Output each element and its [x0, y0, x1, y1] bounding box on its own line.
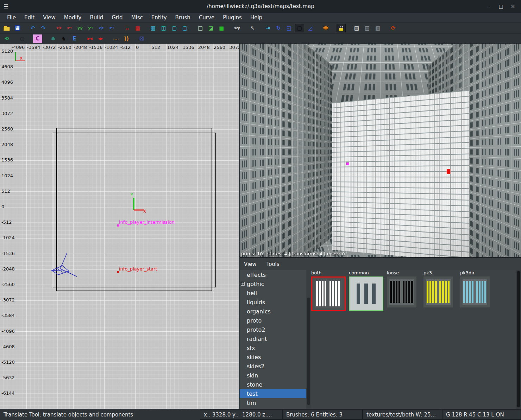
texbrowser-menu-view[interactable]: View	[244, 261, 257, 267]
folder-item-organics[interactable]: organics	[240, 307, 306, 316]
monster-tool-icon[interactable]: ♞	[59, 34, 68, 43]
texture-thumbnail[interactable]	[423, 276, 453, 307]
folder-label: radiant	[247, 336, 267, 342]
folder-item-stone[interactable]: stone	[240, 380, 306, 389]
open-file-icon[interactable]	[2, 24, 11, 32]
texture-thumbnail[interactable]	[349, 276, 383, 311]
brush-solid-icon[interactable]: ■	[217, 24, 226, 32]
mirror-selection-icon[interactable]: ◫	[159, 24, 168, 32]
intermission-marker-3d[interactable]	[346, 163, 349, 165]
scale-mode-icon[interactable]: ◱	[284, 24, 294, 32]
refresh-models-icon[interactable]: ⟳	[389, 24, 398, 32]
entity-inspector-icon[interactable]: ▤	[352, 24, 361, 32]
toggle-view-icon[interactable]: ⟲	[2, 34, 11, 43]
menu-file[interactable]: File	[3, 13, 20, 23]
grid-2d-viewport[interactable]: -4096-3584-3072-2560-2048-1536-1024-5120…	[0, 44, 239, 409]
cursor-arrow-icon[interactable]: ↖	[248, 24, 257, 32]
folder-item-proto[interactable]: proto	[240, 316, 306, 325]
folder-item-tim[interactable]: tim	[240, 398, 306, 407]
cap-outward-icon[interactable]: ◀▶	[96, 34, 105, 43]
folder-item-sfx[interactable]: sfx	[240, 343, 306, 352]
select-box-icon[interactable]: ▢	[295, 24, 304, 32]
folder-item-skies2[interactable]: skies2	[240, 362, 306, 371]
texture-both[interactable]: both	[311, 270, 346, 311]
undo-icon[interactable]: ↶	[28, 24, 37, 32]
entity-label-start[interactable]: info_player_start	[119, 266, 157, 272]
texture-common[interactable]: common	[349, 270, 383, 311]
menu-plugins[interactable]: Plugins	[219, 13, 246, 23]
csg-make-hollow-icon[interactable]: ▩	[133, 24, 142, 32]
rotate-y-icon[interactable]: y↷	[86, 24, 95, 32]
folder-item-skies[interactable]: skies	[240, 352, 306, 362]
menu-brush[interactable]: Brush	[171, 13, 195, 23]
menu-modify[interactable]: Modify	[60, 13, 86, 23]
folder-item-effects[interactable]: effects	[240, 270, 306, 279]
menu-grid[interactable]: Grid	[107, 13, 127, 23]
menu-misc[interactable]: Misc	[127, 13, 147, 23]
camera-indicator[interactable]	[52, 253, 77, 276]
menu-curve[interactable]: Curve	[195, 13, 219, 23]
menu-entity[interactable]: Entity	[147, 13, 171, 23]
start-marker-3d[interactable]	[447, 169, 450, 174]
folder-item-gothic[interactable]: +gothic	[240, 279, 306, 288]
texbrowser-menu-tools[interactable]: Tools	[266, 261, 280, 267]
maximize-button[interactable]: □	[495, 1, 507, 11]
select-inside-icon[interactable]: ▢	[170, 24, 179, 32]
texture-bar	[372, 284, 376, 304]
curve-c-icon[interactable]: C	[33, 34, 42, 43]
minimize-button[interactable]: –	[483, 1, 495, 11]
texture-folder-list: effects+gothichellliquidsorganicsprotopr…	[240, 270, 306, 409]
folder-label: skin	[247, 372, 258, 379]
views-xzy-icon[interactable]: xzy	[232, 24, 241, 32]
flip-y-icon[interactable]: y|y	[75, 24, 84, 32]
redo-icon[interactable]: ↷	[39, 24, 48, 32]
flip-z-icon[interactable]: z|z	[96, 24, 106, 32]
expander-icon[interactable]: +	[241, 282, 245, 286]
texture-loose[interactable]: loose	[387, 270, 416, 307]
texture-thumbnail[interactable]	[387, 276, 416, 307]
texture-scrollbar-thumb[interactable]	[517, 271, 520, 407]
menu-view[interactable]: View	[39, 13, 60, 23]
exclude-selection-icon[interactable]: ☒	[137, 34, 146, 43]
patch-bend-icon[interactable]: ◡◡	[111, 34, 120, 43]
folder-item-test[interactable]: test	[240, 389, 306, 398]
entity-tool-icon[interactable]: E	[70, 34, 79, 43]
brush-hollow-icon[interactable]: □	[196, 24, 205, 32]
select-touching-icon[interactable]: ▢	[180, 24, 189, 32]
cap-inward-icon[interactable]: ▶◀	[85, 34, 94, 43]
flip-x-icon[interactable]: x|x	[54, 24, 63, 32]
folder-item-hell[interactable]: hell	[240, 288, 306, 298]
menu-help[interactable]: Help	[246, 13, 266, 23]
csg-subtract-icon[interactable]: ╥╥	[123, 24, 132, 32]
texture-lock-icon[interactable]	[337, 24, 346, 32]
patch-cylinder-icon[interactable]	[321, 24, 330, 32]
folder-item-radiant[interactable]: radiant	[240, 334, 306, 343]
folder-item-liquids[interactable]: liquids	[240, 298, 306, 307]
texture-thumbnail[interactable]	[311, 276, 346, 311]
entity-label-intermission[interactable]: info_player_intermission	[119, 219, 175, 225]
menu-edit[interactable]: Edit	[20, 13, 39, 23]
menu-build[interactable]: Build	[86, 13, 107, 23]
folder-item-skin[interactable]: skin	[240, 371, 306, 380]
folder-scrollbar-thumb[interactable]	[307, 298, 310, 405]
texture-pk3[interactable]: pk3	[423, 270, 453, 307]
resize-mode-icon[interactable]: ◿	[306, 24, 315, 32]
model-tool-icon[interactable]: ♣	[49, 34, 58, 43]
texture-browser-icon[interactable]: ▦	[373, 24, 382, 32]
clipper-icon[interactable]: ▦	[149, 24, 158, 32]
rotate-mode-icon[interactable]: ↻	[274, 24, 283, 32]
rotate-x-icon[interactable]: x↷	[65, 24, 74, 32]
texture-pk3dir[interactable]: pk3dir	[460, 270, 490, 307]
folder-item-proto2[interactable]: proto2	[240, 325, 306, 334]
background-image-icon[interactable]: ○	[18, 34, 27, 43]
camera-3d-viewport[interactable]: prims: 10 | states: 4 | transforms: 4 | …	[240, 44, 521, 257]
grid-overlay: X Y X	[0, 44, 239, 409]
brush-top-face-icon[interactable]: ◪	[206, 24, 215, 32]
patch-curve-icon[interactable]: ))	[122, 34, 131, 43]
console-icon[interactable]: ▤	[363, 24, 372, 32]
translate-mode-icon[interactable]: ⇥	[263, 24, 272, 32]
texture-thumbnail[interactable]	[460, 276, 490, 307]
close-button[interactable]: ×	[507, 1, 519, 11]
save-file-icon[interactable]	[13, 24, 22, 32]
rotate-z-icon[interactable]: z↷	[107, 24, 116, 32]
